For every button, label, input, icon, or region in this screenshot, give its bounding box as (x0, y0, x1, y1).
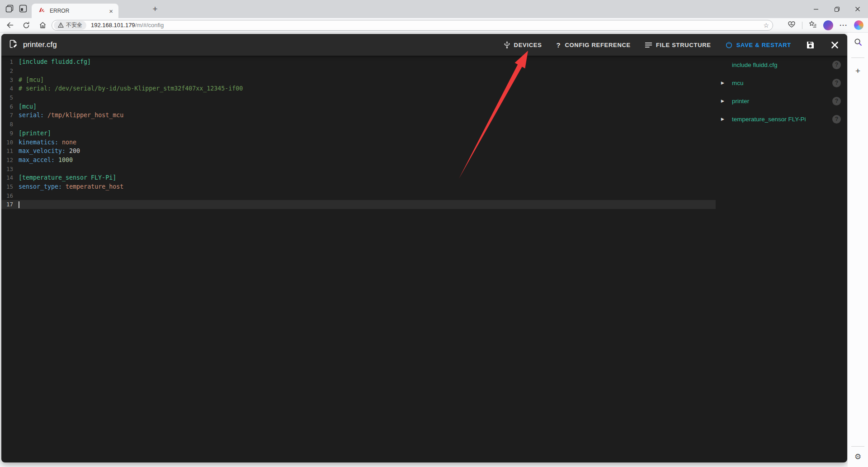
line-text: [include fluidd.cfg] (13, 58, 91, 65)
expand-arrow-icon[interactable]: ▶ (721, 81, 732, 85)
address-bar[interactable]: 不安全 192.168.101.179/m/#/config ☆ (52, 20, 773, 31)
fluidd-favicon (38, 6, 45, 15)
browser-tab[interactable]: ERROR × (32, 4, 118, 18)
line-number: 6 (1, 103, 13, 110)
code-line[interactable]: 10kinematics: none (1, 138, 716, 147)
editor-topbar: printer.cfg DEVICES ? CONFIG REFERENCE (1, 34, 847, 56)
line-text: max_accel: 1000 (13, 157, 73, 163)
line-text: serial: /tmp/klipper_host_mcu (13, 112, 123, 119)
code-line[interactable]: 13 (1, 164, 716, 173)
help-icon[interactable]: ? (832, 97, 841, 105)
list-icon (645, 42, 652, 48)
file-structure-item[interactable]: ▶temperature_sensor FLY-Pi? (716, 110, 847, 128)
url-path: /m/#/config (135, 22, 164, 29)
toolbar-right-icons: ··· (788, 20, 863, 30)
edge-sidebar: + ⚙ (848, 33, 868, 467)
url-text: 192.168.101.179/m/#/config (91, 22, 164, 29)
line-text: [mcu] (13, 103, 37, 110)
code-line[interactable]: 17 (1, 200, 716, 209)
code-line[interactable]: 5 (1, 93, 716, 102)
code-line[interactable]: 2 (1, 67, 716, 76)
code-line[interactable]: 7serial: /tmp/klipper_host_mcu (1, 111, 716, 120)
url-host: 192.168.101.179 (91, 22, 135, 29)
code-line[interactable]: 15sensor_type: temperature_host (1, 182, 716, 191)
restart-icon (726, 42, 732, 48)
code-line[interactable]: 8 (1, 120, 716, 129)
code-line[interactable]: 1[include fluidd.cfg] (1, 57, 716, 67)
devices-button[interactable]: DEVICES (504, 41, 542, 49)
close-window-button[interactable] (847, 0, 868, 18)
close-editor-button[interactable] (829, 39, 840, 50)
usb-icon (504, 41, 510, 49)
code-line[interactable]: 6[mcu] (1, 102, 716, 111)
page-background: printer.cfg DEVICES ? CONFIG REFERENCE (0, 33, 848, 467)
sidebar-divider-bottom (851, 446, 864, 447)
tab-preview-icon[interactable] (19, 5, 28, 14)
settings-gear-icon[interactable]: ⚙ (854, 452, 861, 462)
line-text: max_velocity: 200 (13, 148, 80, 154)
file-title: printer.cfg (23, 40, 57, 49)
browser-toolbar: 不安全 192.168.101.179/m/#/config ☆ ··· (0, 18, 868, 33)
code-editor[interactable]: 1[include fluidd.cfg]23# [mcu]4# serial:… (1, 56, 716, 462)
profile-avatar[interactable] (823, 20, 833, 30)
security-label: 不安全 (66, 21, 82, 29)
line-number: 11 (1, 148, 13, 154)
add-favorite-icon[interactable]: ☆ (763, 22, 769, 29)
file-edit-icon (9, 39, 18, 50)
new-tab-button[interactable]: + (149, 3, 161, 15)
line-number: 12 (1, 157, 13, 163)
line-number: 2 (1, 67, 13, 74)
code-line[interactable]: 16 (1, 191, 716, 200)
site-security-chip[interactable]: 不安全 (54, 21, 86, 30)
file-structure-sidebar: include fluidd.cfg?▶mcu?▶printer?▶temper… (716, 56, 847, 462)
workspaces-icon[interactable] (5, 5, 14, 14)
line-number: 4 (1, 85, 13, 92)
help-icon[interactable]: ? (832, 115, 841, 124)
more-menu-icon[interactable]: ··· (840, 21, 848, 29)
favorites-icon[interactable] (809, 20, 817, 30)
close-icon (831, 41, 839, 49)
file-structure-item[interactable]: ▶printer? (716, 92, 847, 110)
code-line[interactable]: 4# serial: /dev/serial/by-id/usb-Klipper… (1, 84, 716, 93)
expand-arrow-icon[interactable]: ▶ (721, 99, 732, 103)
sidebar-add-icon[interactable]: + (855, 66, 860, 76)
code-line[interactable]: 9[printer] (1, 129, 716, 138)
help-icon[interactable]: ? (832, 79, 841, 87)
code-line[interactable]: 12max_accel: 1000 (1, 156, 716, 165)
browser-essentials-icon[interactable] (788, 20, 796, 30)
sidebar-divider-top (851, 57, 864, 58)
expand-arrow-icon[interactable]: ▶ (721, 117, 732, 121)
config-reference-label: CONFIG REFERENCE (565, 42, 631, 48)
home-icon[interactable] (36, 19, 49, 32)
file-structure-label: temperature_sensor FLY-Pi (732, 116, 806, 123)
line-text: [temperature_sensor FLY-Pi] (13, 174, 116, 181)
line-text: kinematics: none (13, 139, 76, 146)
line-number: 1 (1, 58, 13, 65)
file-structure-label: include fluidd.cfg (732, 62, 778, 68)
file-structure-item[interactable]: include fluidd.cfg? (716, 56, 847, 74)
save-button[interactable] (805, 39, 816, 50)
line-number: 16 (1, 192, 13, 199)
tab-title: ERROR (50, 8, 108, 14)
save-restart-button[interactable]: SAVE & RESTART (726, 42, 791, 48)
tab-close-icon[interactable]: × (108, 8, 114, 14)
help-icon[interactable]: ? (832, 61, 841, 69)
config-reference-button[interactable]: ? CONFIG REFERENCE (557, 41, 631, 49)
minimize-button[interactable] (806, 0, 826, 18)
back-icon[interactable] (4, 19, 16, 32)
refresh-icon[interactable] (20, 19, 33, 32)
code-line[interactable]: 14[temperature_sensor FLY-Pi] (1, 173, 716, 182)
copilot-icon[interactable] (854, 20, 863, 30)
line-number: 3 (1, 76, 13, 83)
file-structure-label: FILE STRUCTURE (656, 42, 711, 48)
config-editor-dialog: printer.cfg DEVICES ? CONFIG REFERENCE (1, 34, 847, 462)
file-structure-button[interactable]: FILE STRUCTURE (645, 42, 711, 48)
code-line[interactable]: 3# [mcu] (1, 75, 716, 84)
restore-button[interactable] (826, 0, 847, 18)
line-number: 10 (1, 139, 13, 146)
code-line[interactable]: 11max_velocity: 200 (1, 147, 716, 156)
sidebar-search-icon[interactable] (854, 38, 863, 47)
text-cursor (19, 201, 19, 208)
file-structure-item[interactable]: ▶mcu? (716, 74, 847, 92)
warning-icon (58, 22, 64, 28)
